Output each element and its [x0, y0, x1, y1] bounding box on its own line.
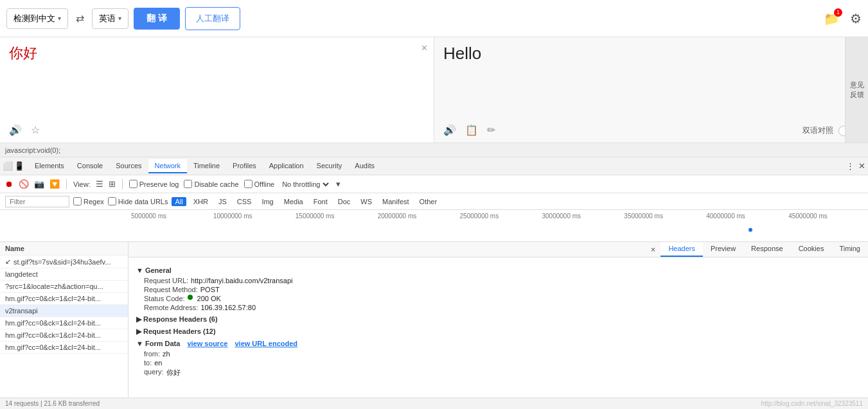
tab-elements[interactable]: Elements [28, 159, 71, 173]
throttle-arrow[interactable]: ▾ [336, 179, 341, 189]
swap-icon[interactable]: ⇄ [73, 10, 87, 27]
camera-icon[interactable]: 📷 [34, 179, 44, 189]
view-url-encoded-link[interactable]: view URL encoded [235, 340, 297, 347]
devtools-close-icon[interactable]: ✕ [858, 161, 865, 171]
hide-data-input[interactable] [108, 197, 116, 205]
details-tab-preview[interactable]: Preview [703, 242, 743, 257]
filter-icon[interactable]: 🔽 [49, 179, 60, 189]
source-star-icon[interactable]: ☆ [31, 124, 40, 136]
filter-type-media[interactable]: Media [281, 197, 306, 206]
filter-type-img[interactable]: Img [258, 197, 276, 206]
hide-data-label: Hide data URLs [118, 198, 168, 205]
details-close-icon[interactable]: × [646, 242, 661, 257]
grid-view-icon[interactable]: ⊞ [109, 179, 116, 189]
form-from-key: from: [144, 350, 160, 358]
tab-network[interactable]: Network [148, 159, 187, 173]
disable-cache-checkbox[interactable]: Disable cache [184, 180, 238, 188]
folder-badge: 1 [834, 8, 842, 17]
request-name-3: ?src=1&locate=zh&action=qu... [5, 283, 103, 290]
offline-label: Offline [254, 180, 275, 188]
target-edit-icon[interactable]: ✏ [487, 124, 495, 136]
target-lang-label: 英语 [99, 13, 116, 24]
offline-input[interactable] [244, 180, 252, 188]
tab-profiles[interactable]: Profiles [226, 159, 263, 173]
source-lang-dropdown[interactable]: 检测到中文 ▾ [6, 8, 68, 29]
tab-console[interactable]: Console [71, 159, 109, 173]
request-item-7[interactable]: hm.gif?cc=0&ck=1&cl=24-bit... [0, 329, 128, 342]
request-item-1[interactable]: ↙ st.gif?ts=7sv&sid=j34hu3aefv... [0, 256, 128, 268]
disable-cache-input[interactable] [184, 180, 192, 188]
remote-address-key: Remote Address: [144, 304, 198, 311]
timeline-label-5: 25000000 ms [457, 213, 540, 220]
request-method-row: Request Method: POST [136, 286, 860, 293]
source-speaker-icon[interactable]: 🔊 [9, 124, 22, 136]
settings-icon[interactable]: ⚙ [850, 11, 862, 26]
response-headers-section[interactable]: ▶ Response Headers (6) [136, 315, 860, 324]
offline-checkbox[interactable]: Offline [244, 180, 275, 188]
url-text: javascript:void(0); [5, 146, 60, 154]
details-tab-timing[interactable]: Timing [831, 242, 868, 257]
details-tab-cookies[interactable]: Cookies [791, 242, 832, 257]
translate-button[interactable]: 翻 译 [134, 8, 180, 30]
target-speaker-icon[interactable]: 🔊 [443, 124, 456, 136]
filter-type-css[interactable]: CSS [234, 197, 255, 206]
general-section-title[interactable]: ▼ General [136, 266, 860, 274]
preserve-log-checkbox[interactable]: Preserve log [129, 180, 179, 188]
target-lang-arrow: ▾ [118, 15, 121, 22]
devtools-inspect-icon[interactable]: ⬜ [3, 161, 13, 171]
filter-type-js[interactable]: JS [215, 197, 230, 206]
source-text: 你好 [9, 44, 425, 63]
details-tab-response[interactable]: Response [743, 242, 791, 257]
filter-type-manifest[interactable]: Manifest [379, 197, 412, 206]
filter-type-xhr[interactable]: XHR [190, 197, 211, 206]
status-code-row: Status Code: 200 OK [136, 295, 860, 302]
request-headers-section[interactable]: ▶ Request Headers (12) [136, 327, 860, 336]
request-item-4[interactable]: hm.gif?cc=0&ck=1&cl=24-bit... [0, 293, 128, 305]
request-url-row: Request URL: http://fanyi.baidu.com/v2tr… [136, 277, 860, 284]
filter-type-font[interactable]: Font [310, 197, 331, 206]
timeline-bar: 5000000 ms 10000000 ms 15000000 ms 20000… [0, 210, 868, 242]
tab-sources[interactable]: Sources [109, 159, 148, 173]
request-item-2[interactable]: langdetect [0, 268, 128, 281]
request-item-v2transapi[interactable]: v2transapi [0, 305, 128, 317]
timeline-label-9: 45000000 ms [786, 213, 868, 220]
human-translate-button[interactable]: 人工翻译 [185, 7, 240, 30]
timeline-label-4: 20000000 ms [375, 213, 457, 220]
feedback-button[interactable]: 意见 反馈 [845, 37, 868, 143]
request-name-v2: v2transapi [5, 307, 38, 315]
throttle-select[interactable]: No throttling [279, 180, 331, 189]
source-close-icon[interactable]: × [421, 42, 427, 54]
details-panel: × Headers Preview Response Cookies Timin… [128, 242, 868, 409]
devtools-mobile-icon[interactable]: 📱 [14, 161, 24, 171]
regex-label: Regex [84, 198, 104, 205]
toolbar-separator-2 [122, 179, 123, 189]
folder-icon[interactable]: 📁1 [824, 11, 840, 26]
tab-security[interactable]: Security [310, 159, 349, 173]
regex-input[interactable] [73, 197, 82, 205]
view-source-link[interactable]: view source [187, 340, 227, 347]
filter-type-doc[interactable]: Doc [335, 197, 354, 206]
request-item-6[interactable]: hm.gif?cc=0&ck=1&cl=24-bit... [0, 317, 128, 329]
tab-timeline[interactable]: Timeline [187, 159, 226, 173]
form-data-section-title: ▼ Form Data view source view URL encoded [136, 340, 860, 347]
record-icon[interactable]: ⏺ [5, 179, 13, 189]
tab-application[interactable]: Application [263, 159, 310, 173]
filter-type-ws[interactable]: WS [357, 197, 375, 206]
target-lang-dropdown[interactable]: 英语 ▾ [92, 8, 128, 29]
request-item-3[interactable]: ?src=1&locate=zh&action=qu... [0, 281, 128, 293]
filter-type-other[interactable]: Other [416, 197, 441, 206]
devtools-more-icon[interactable]: ⋮ [846, 161, 855, 171]
regex-checkbox[interactable]: Regex [73, 197, 104, 205]
preserve-log-input[interactable] [129, 180, 137, 188]
list-view-icon[interactable]: ☰ [96, 179, 103, 189]
hide-data-checkbox[interactable]: Hide data URLs [108, 197, 168, 205]
tab-audits[interactable]: Audits [348, 159, 381, 173]
timeline-label-1: 5000000 ms [128, 213, 211, 220]
target-copy-icon[interactable]: 📋 [465, 124, 478, 136]
translation-area: 你好 × 🔊 ☆ Hello 🔊 📋 ✏ 双语对照 意见 反馈 [0, 37, 868, 143]
filter-type-all[interactable]: All [172, 197, 186, 206]
details-tab-headers[interactable]: Headers [660, 242, 703, 257]
stop-icon[interactable]: 🚫 [19, 179, 29, 189]
request-item-8[interactable]: hm.gif?cc=0&ck=1&cl=24-bit... [0, 342, 128, 354]
filter-input[interactable] [5, 196, 69, 207]
